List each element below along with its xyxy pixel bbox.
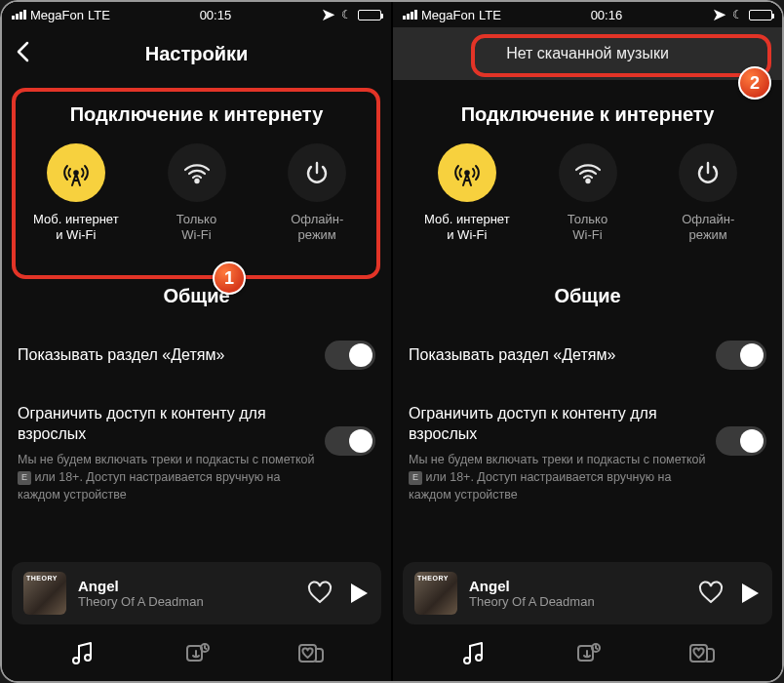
clock-label: 00:16 [501,8,712,22]
conn-label-l1: Моб. интернет [424,212,510,226]
conn-option-offline[interactable]: Офлайн-режим [651,143,764,244]
conn-label-l2: и Wi-Fi [56,227,96,242]
network-label: LTE [88,8,110,22]
svg-point-2 [73,658,79,663]
conn-label-l2: режим [298,227,336,242]
like-button[interactable] [698,581,724,606]
power-icon [694,159,722,186]
now-playing-bar[interactable]: Angel Theory Of A Deadman [403,562,772,624]
explicit-badge-icon: E [18,471,31,485]
location-icon: ➤ [712,4,726,25]
track-artist: Theory Of A Deadman [469,594,686,609]
power-icon [303,159,331,186]
general-title: Общие [2,285,391,307]
like-button[interactable] [307,581,333,606]
tab-podcasts[interactable] [559,640,617,667]
conn-option-wifi-only[interactable]: ТолькоWi-Fi [140,143,254,244]
battery-icon [358,10,381,20]
moon-icon: ☾ [732,8,743,21]
clock-label: 00:15 [110,8,321,22]
kids-label: Показывать раздел «Детям» [409,346,716,364]
carrier-label: MegaFon [30,8,84,22]
tab-bar [393,628,782,681]
svg-point-8 [586,180,589,182]
network-label: LTE [479,8,501,22]
svg-rect-6 [299,645,316,662]
now-playing-bar[interactable]: Angel Theory Of A Deadman [12,562,381,624]
phone-right: MegaFon LTE 00:16 ➤ ☾ Нет скачанной музы… [393,2,782,681]
conn-label-l1: Офлайн- [682,212,734,226]
conn-label-l2: режим [689,227,727,242]
annotation-badge-2: 2 [738,66,771,100]
conn-option-wifi-only[interactable]: ТолькоWi-Fi [531,143,645,244]
moon-icon: ☾ [341,8,352,21]
svg-point-1 [195,180,198,182]
album-cover [23,572,66,615]
connection-section: Подключение к интернету Моб. интернети W… [393,80,782,261]
wifi-icon [181,157,213,188]
svg-point-3 [85,655,91,661]
svg-rect-4 [187,646,202,661]
adult-label: Ограничить доступ к контенту для взрослы… [18,403,325,445]
adult-sub: Мы не будем включать треки и подкасты с … [409,451,716,503]
row-adult-content: Ограничить доступ к контенту для взрослы… [18,385,375,520]
track-title: Angel [469,578,686,594]
conn-label-l1: Только [568,212,608,226]
kids-toggle[interactable] [325,341,375,370]
connection-section: Подключение к интернету Моб. интернети W… [2,80,391,261]
tab-favorites[interactable] [673,640,731,667]
conn-option-offline[interactable]: Офлайн-режим [260,143,373,244]
conn-option-mobile-wifi[interactable]: Моб. интернети Wi-Fi [411,143,524,244]
row-kids-section: Показывать раздел «Детям» [409,325,766,385]
adult-toggle[interactable] [325,426,375,456]
status-bar: MegaFon LTE 00:16 ➤ ☾ [393,2,782,27]
tab-bar [2,628,391,681]
signal-icon [12,10,26,20]
connection-title: Подключение к интернету [20,103,373,126]
svg-point-10 [476,655,482,661]
row-kids-section: Показывать раздел «Детям» [18,325,375,385]
adult-toggle[interactable] [716,426,766,456]
location-icon: ➤ [321,4,335,25]
conn-label-l1: Моб. интернет [33,212,119,226]
dual-screenshot-container: MegaFon LTE 00:15 ➤ ☾ Настройки Подключе… [0,0,784,683]
play-button[interactable] [739,582,761,605]
wifi-icon [572,157,604,188]
album-cover [414,572,457,615]
carrier-label: MegaFon [421,8,475,22]
row-adult-content: Ограничить доступ к контенту для взрослы… [409,385,766,520]
conn-option-mobile-wifi[interactable]: Моб. интернети Wi-Fi [20,143,133,244]
track-title: Angel [78,578,295,594]
kids-toggle[interactable] [716,341,766,370]
conn-label-l1: Офлайн- [291,212,343,226]
antenna-icon [61,158,91,187]
phone-left: MegaFon LTE 00:15 ➤ ☾ Настройки Подключе… [2,2,391,681]
page-title: Настройки [16,43,377,65]
adult-label: Ограничить доступ к контенту для взрослы… [409,403,716,445]
tab-podcasts[interactable] [168,640,226,667]
conn-label-l2: и Wi-Fi [447,227,487,242]
explicit-badge-icon: E [409,471,422,485]
antenna-icon [452,158,482,187]
toast-message: Нет скачанной музыки [393,27,782,80]
play-button[interactable] [348,582,370,605]
nav-header: Настройки [2,27,391,80]
conn-label-l1: Только [176,212,216,226]
settings-list: Показывать раздел «Детям» Ограничить дос… [393,325,782,520]
kids-label: Показывать раздел «Детям» [18,346,325,364]
track-artist: Theory Of A Deadman [78,594,295,609]
svg-point-9 [464,658,470,663]
status-bar: MegaFon LTE 00:15 ➤ ☾ [2,2,391,27]
tab-favorites[interactable] [282,640,340,667]
annotation-badge-1: 1 [213,261,246,295]
adult-sub: Мы не будем включать треки и подкасты с … [18,451,325,503]
battery-icon [749,10,772,20]
conn-label-l2: Wi-Fi [572,227,602,242]
signal-icon [403,10,417,20]
connection-title: Подключение к интернету [411,103,764,126]
tab-music[interactable] [445,640,503,667]
tab-music[interactable] [54,640,112,667]
svg-rect-11 [578,646,593,661]
conn-label-l2: Wi-Fi [181,227,211,242]
settings-list: Показывать раздел «Детям» Ограничить дос… [2,325,391,520]
